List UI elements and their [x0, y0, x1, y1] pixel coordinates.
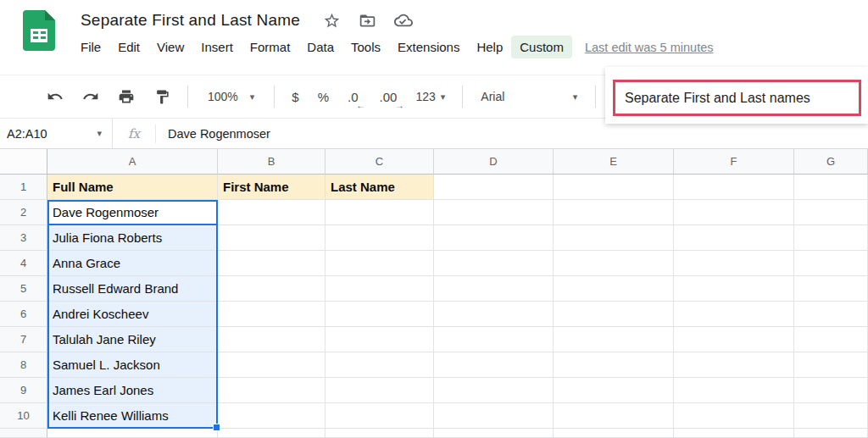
empty-cell[interactable] — [554, 352, 674, 378]
menu-edit[interactable]: Edit — [109, 36, 148, 58]
row-header[interactable]: 8 — [0, 352, 47, 378]
format-percent-button[interactable]: % — [309, 81, 338, 112]
empty-cell[interactable] — [434, 352, 554, 378]
empty-cell[interactable] — [326, 276, 434, 302]
empty-cell[interactable] — [674, 327, 794, 352]
column-header-g[interactable]: G — [794, 149, 868, 175]
menu-insert[interactable]: Insert — [192, 36, 242, 58]
empty-cell[interactable] — [326, 378, 434, 403]
empty-cell[interactable] — [554, 225, 674, 251]
cell-full-name[interactable]: James Earl Jones — [47, 378, 218, 403]
redo-button[interactable] — [73, 81, 108, 112]
empty-cell[interactable] — [794, 251, 868, 276]
empty-cell[interactable] — [794, 378, 868, 403]
formula-input[interactable]: Dave Rogenmoser — [156, 127, 270, 141]
move-folder-icon[interactable] — [359, 12, 376, 30]
row-header[interactable]: 5 — [0, 276, 47, 302]
row-header[interactable] — [0, 429, 47, 438]
row-header[interactable]: 6 — [0, 302, 47, 327]
empty-cell[interactable] — [554, 403, 674, 429]
column-header-a[interactable]: A — [47, 149, 218, 175]
empty-cell[interactable] — [326, 403, 434, 429]
empty-cell[interactable] — [434, 302, 554, 327]
empty-cell[interactable] — [326, 429, 434, 438]
menu-tools[interactable]: Tools — [342, 36, 389, 58]
row-header[interactable]: 7 — [0, 327, 47, 352]
empty-cell[interactable] — [434, 225, 554, 251]
empty-cell[interactable] — [794, 302, 868, 327]
empty-cell[interactable] — [794, 327, 868, 352]
empty-cell[interactable] — [554, 200, 674, 225]
empty-cell[interactable] — [326, 352, 434, 378]
empty-cell[interactable] — [674, 225, 794, 251]
empty-cell[interactable] — [218, 200, 326, 225]
print-button[interactable] — [108, 81, 144, 112]
decrease-decimal-button[interactable]: .0← — [338, 81, 368, 112]
cell-b1-first-name[interactable]: First Name — [218, 175, 326, 200]
empty-cell[interactable] — [554, 327, 674, 352]
empty-cell[interactable] — [674, 429, 794, 438]
document-title[interactable]: Separate First and Last Name — [81, 11, 300, 30]
row-header[interactable]: 4 — [0, 251, 47, 276]
format-currency-button[interactable]: $ — [282, 81, 308, 112]
name-box[interactable]: A2:A10 ▾ — [0, 127, 112, 141]
empty-cell[interactable] — [218, 225, 326, 251]
empty-cell[interactable] — [554, 175, 674, 200]
row-header[interactable]: 1 — [0, 175, 47, 200]
empty-cell[interactable] — [674, 276, 794, 302]
cell-full-name[interactable]: Russell Edward Brand — [47, 276, 218, 302]
menu-format[interactable]: Format — [242, 36, 299, 58]
empty-cell[interactable] — [794, 403, 868, 429]
menu-item-separate-names[interactable]: Separate First and Last names — [613, 80, 861, 116]
row-header[interactable]: 3 — [0, 225, 47, 251]
menu-view[interactable]: View — [148, 36, 192, 58]
empty-cell[interactable] — [218, 251, 326, 276]
empty-cell[interactable] — [674, 200, 794, 225]
select-all-corner[interactable] — [0, 149, 47, 175]
cell-full-name[interactable]: Andrei Koscheev — [47, 302, 218, 327]
menu-data[interactable]: Data — [298, 36, 342, 58]
empty-cell[interactable] — [218, 429, 326, 438]
empty-cell[interactable] — [218, 276, 326, 302]
empty-cell[interactable] — [434, 429, 554, 438]
paint-format-button[interactable] — [144, 81, 180, 112]
column-header-b[interactable]: B — [218, 149, 326, 175]
empty-cell[interactable] — [218, 378, 326, 403]
empty-cell[interactable] — [794, 276, 868, 302]
cell-a1-full-name[interactable]: Full Name — [47, 175, 218, 200]
column-header-e[interactable]: E — [554, 149, 674, 175]
menu-file[interactable]: File — [72, 36, 109, 58]
empty-cell[interactable] — [674, 403, 794, 429]
zoom-control[interactable]: 100% ▾ — [196, 90, 266, 103]
empty-cell[interactable] — [326, 327, 434, 352]
google-sheets-logo[interactable] — [23, 10, 55, 51]
last-edit-status[interactable]: Last edit was 5 minutes — [585, 41, 714, 54]
cell-full-name[interactable]: Talulah Jane Riley — [47, 327, 218, 352]
menu-help[interactable]: Help — [468, 36, 511, 58]
cell-c1-last-name[interactable]: Last Name — [326, 175, 434, 200]
undo-button[interactable] — [37, 81, 73, 112]
column-header-c[interactable]: C — [326, 149, 434, 175]
empty-cell[interactable] — [326, 200, 434, 225]
empty-cell[interactable] — [674, 251, 794, 276]
cell-full-name[interactable]: Julia Fiona Roberts — [47, 225, 218, 251]
empty-cell[interactable] — [434, 276, 554, 302]
column-header-f[interactable]: F — [674, 149, 794, 175]
empty-cell[interactable] — [434, 378, 554, 403]
empty-cell[interactable] — [554, 251, 674, 276]
increase-decimal-button[interactable]: .00→ — [368, 81, 407, 112]
column-header-d[interactable]: D — [434, 149, 554, 175]
empty-cell[interactable] — [674, 175, 794, 200]
empty-cell[interactable] — [554, 429, 674, 438]
empty-cell[interactable] — [434, 251, 554, 276]
empty-cell[interactable] — [326, 251, 434, 276]
cell-full-name[interactable]: Dave Rogenmoser — [47, 200, 218, 225]
empty-cell[interactable] — [218, 352, 326, 378]
fill-handle[interactable] — [213, 424, 220, 431]
empty-cell[interactable] — [674, 352, 794, 378]
empty-cell[interactable] — [794, 225, 868, 251]
empty-cell[interactable] — [794, 200, 868, 225]
empty-cell[interactable] — [794, 175, 868, 200]
row-header[interactable]: 10 — [0, 403, 47, 429]
row-header[interactable]: 9 — [0, 378, 47, 403]
